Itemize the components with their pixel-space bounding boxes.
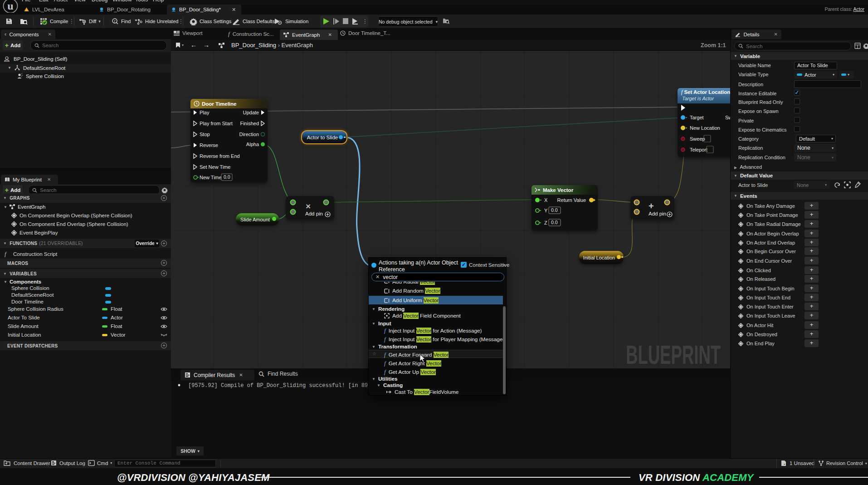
svg-text:u: u bbox=[7, 0, 13, 12]
svg-text:Direction: Direction bbox=[239, 132, 259, 137]
svg-text:Alpha: Alpha bbox=[246, 142, 259, 147]
svg-text:Sweep: Sweep bbox=[690, 136, 705, 142]
svg-text:Return Value: Return Value bbox=[557, 197, 586, 203]
svg-text:Stop: Stop bbox=[200, 132, 210, 137]
svg-text:Play from Start: Play from Start bbox=[200, 121, 233, 126]
svg-text:X: X bbox=[544, 197, 548, 203]
svg-text:Play: Play bbox=[200, 110, 210, 115]
svg-text:0.0: 0.0 bbox=[551, 220, 558, 225]
svg-text:Target: Target bbox=[690, 115, 704, 120]
svg-text:0.0: 0.0 bbox=[551, 207, 558, 213]
svg-text:Update: Update bbox=[243, 110, 259, 115]
svg-text:Teleport: Teleport bbox=[690, 147, 707, 152]
svg-text:Finished: Finished bbox=[240, 121, 259, 126]
svg-text:Sw: Sw bbox=[725, 115, 730, 120]
svg-text:New Location: New Location bbox=[690, 125, 720, 131]
svg-text:Z: Z bbox=[544, 220, 547, 225]
svg-text:Y: Y bbox=[544, 208, 548, 213]
svg-text:Reverse: Reverse bbox=[200, 142, 218, 148]
svg-text:*: * bbox=[784, 463, 785, 467]
svg-text:0.0: 0.0 bbox=[224, 174, 230, 180]
svg-text:Reverse from End: Reverse from End bbox=[200, 153, 240, 159]
svg-text:ƒ: ƒ bbox=[114, 19, 116, 23]
svg-text:Set New Time: Set New Time bbox=[200, 164, 230, 170]
svg-text:New Time: New Time bbox=[200, 175, 222, 180]
